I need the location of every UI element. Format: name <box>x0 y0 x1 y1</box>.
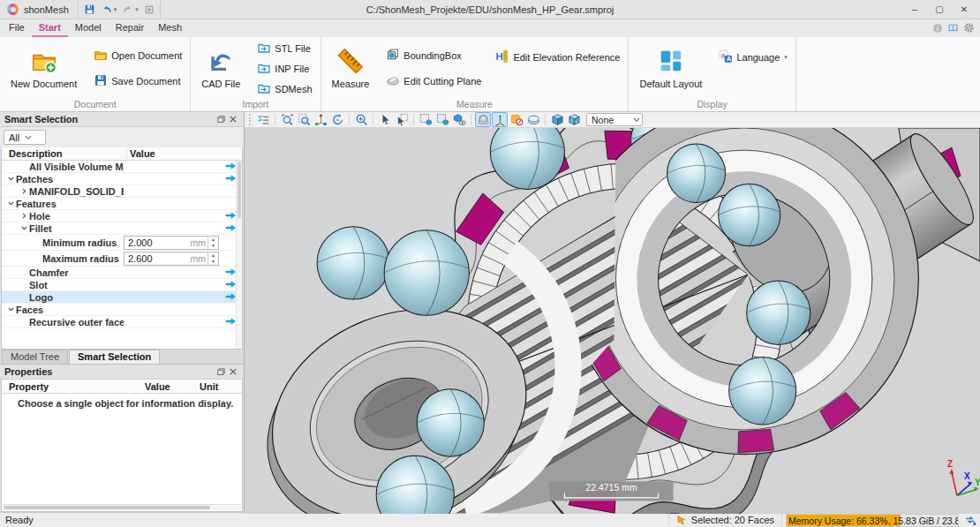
ribbon-button-measure[interactable]: Measure <box>327 39 375 98</box>
ribbon-button-stl-file[interactable]: STL File <box>254 40 314 57</box>
tree-row-manifold-solid-brep-21[interactable]: MANIFOLD_SOLID_BREP #21 <box>2 185 242 198</box>
toolbar-icon-fit-all[interactable] <box>296 112 312 127</box>
toolbar-icon-display-options[interactable] <box>255 112 271 127</box>
view-mode-dropdown[interactable]: None <box>586 113 643 126</box>
expander-expanded-icon[interactable] <box>19 224 29 232</box>
ribbon-button-open-document[interactable]: Open Document <box>91 47 185 64</box>
toolbar-icon-box-select[interactable] <box>418 112 433 127</box>
selection-filter-dropdown[interactable]: All <box>4 130 46 145</box>
tree-row-hole[interactable]: Hole <box>2 210 242 222</box>
tree-row-minimum-radius[interactable]: Minimum radius2.000mm▲▼ <box>2 235 242 251</box>
toolbar-icon-triad[interactable] <box>492 112 508 127</box>
menu-item-start[interactable]: Start <box>32 20 68 37</box>
ribbon-button-new-document[interactable]: New Document <box>5 39 82 98</box>
toolbar-icon-cube-mesh[interactable] <box>566 112 582 127</box>
dock-tab-smart-selection[interactable]: Smart Selection <box>69 350 160 364</box>
toolbar-icon-cutting-plane-vp[interactable] <box>525 112 541 127</box>
manual-icon[interactable] <box>947 23 959 34</box>
float-panel-icon[interactable] <box>215 113 227 125</box>
ribbon-button-edit-elevation-reference[interactable]: HEdit Elevation Reference <box>493 49 622 66</box>
toolbar-icon-cube-solid[interactable] <box>549 112 565 127</box>
spin-stepper[interactable]: ▲▼ <box>207 237 218 249</box>
detach-button[interactable] <box>142 4 156 16</box>
sync-icon[interactable] <box>964 514 976 526</box>
toolbar-icon-box-select-back[interactable] <box>434 112 450 127</box>
default-layout-icon <box>658 48 684 76</box>
tree-row-chamfer[interactable]: Chamfer <box>2 267 242 279</box>
settings-gear-icon[interactable] <box>963 22 975 34</box>
toolbar-icon-deactivate[interactable] <box>509 112 524 127</box>
tree-vertical-scrollbar[interactable] <box>236 161 242 349</box>
float-panel-icon[interactable] <box>215 365 227 378</box>
undo-button[interactable]: ▾ <box>99 3 119 16</box>
tree-header-value: Value <box>127 148 242 159</box>
ribbon-section-measure: MeasureBoundingBoxEdit Cutting PlaneHEdi… <box>321 37 629 111</box>
close-button[interactable]: ✕ <box>952 1 976 19</box>
menu-item-file[interactable]: File <box>2 20 32 37</box>
import-file-icon <box>257 81 271 97</box>
toolbar-separator <box>545 114 546 125</box>
tree-row-faces[interactable]: Faces <box>2 304 242 316</box>
save-button[interactable] <box>82 3 97 16</box>
ribbon-button-sdmesh[interactable]: SDMesh <box>254 80 314 98</box>
ribbon-button-default-layout[interactable]: Default Layout <box>634 39 707 98</box>
expander-expanded-icon[interactable] <box>5 200 16 207</box>
tree-row-label: Hole <box>29 211 50 222</box>
redo-button[interactable]: ▾ <box>120 3 140 16</box>
tree-row-logo[interactable]: Logo <box>2 291 242 304</box>
ribbon-button-language[interactable]: aALanguage▾ <box>716 49 789 66</box>
properties-horizontal-scrollbar[interactable] <box>3 504 241 510</box>
dock-tab-model-tree[interactable]: Model Tree <box>2 350 68 364</box>
toolbar-icon-view-rotate[interactable] <box>329 112 345 127</box>
toolbar-icon-fit-selection[interactable] <box>279 112 295 127</box>
viewport-3d-canvas[interactable]: 22.4715 mm Z X Y <box>245 128 980 514</box>
ribbon-button-cad-file[interactable]: CAD File <box>196 39 245 98</box>
tree-row-slot[interactable]: Slot <box>2 279 242 291</box>
ribbon-button-save-document[interactable]: Save Document <box>91 72 185 90</box>
info-icon[interactable] <box>932 23 943 34</box>
undo-caret-icon[interactable]: ▾ <box>114 6 117 13</box>
properties-header-property: Property <box>2 381 145 392</box>
dock-tab-bar: Model TreeSmart Selection <box>0 350 244 365</box>
spin-stepper[interactable]: ▲▼ <box>207 252 218 265</box>
minimize-button[interactable]: – <box>902 1 927 19</box>
minimum-radius-input[interactable]: 2.000mm▲▼ <box>124 236 219 250</box>
menu-item-model[interactable]: Model <box>68 20 109 37</box>
maximum-radius-input[interactable]: 2.600mm▲▼ <box>124 252 219 266</box>
toolbar-grip[interactable] <box>247 114 254 125</box>
close-panel-icon[interactable] <box>227 365 239 378</box>
close-panel-icon[interactable] <box>227 113 239 125</box>
toolbar-icon-select-visible[interactable] <box>451 112 467 127</box>
toolbar-icon-zoom[interactable] <box>353 112 369 127</box>
axis-z-label: Z <box>947 459 953 469</box>
toolbar-icon-clamp[interactable] <box>475 112 491 127</box>
maximize-button[interactable]: ▢ <box>927 1 952 19</box>
tree-row-recursive-outer-faces[interactable]: Recursive outer faces <box>2 316 242 328</box>
toolbar-icon-view-axes[interactable] <box>313 112 328 127</box>
ribbon-button-edit-cutting-plane[interactable]: Edit Cutting Plane <box>383 72 484 90</box>
tree-row-maximum-radius[interactable]: Maximum radius2.600mm▲▼ <box>2 251 242 267</box>
toolbar-icon-select[interactable] <box>377 112 393 127</box>
tree-row-label: Logo <box>29 292 53 303</box>
status-selected-text: Selected: 20 Faces <box>691 515 774 525</box>
menu-item-mesh[interactable]: Mesh <box>151 20 189 37</box>
tree-row-features[interactable]: Features <box>2 198 242 210</box>
toolbar-separator <box>275 114 275 125</box>
measurement-label: 22.4715 mm <box>549 481 673 501</box>
expander-expanded-icon[interactable] <box>5 305 16 313</box>
tree-row-fillet[interactable]: Fillet <box>2 222 242 235</box>
status-bar: Ready Selected: 20 Faces Memory Usage: 6… <box>0 512 980 527</box>
tree-row-patches[interactable]: Patches <box>2 173 242 185</box>
expander-collapsed-icon[interactable] <box>19 212 29 220</box>
expander-expanded-icon[interactable] <box>5 175 16 183</box>
properties-title: Properties <box>4 366 52 377</box>
redo-caret-icon[interactable]: ▾ <box>135 6 139 13</box>
ribbon-section-label: Document <box>5 98 185 111</box>
ribbon-button-boundingbox[interactable]: BoundingBox <box>383 47 484 64</box>
menu-item-repair[interactable]: Repair <box>109 20 151 37</box>
toolbar-icon-select-append[interactable] <box>394 112 410 127</box>
axis-x-label: X <box>964 471 970 481</box>
ribbon-button-inp-file[interactable]: INP File <box>254 60 314 78</box>
tree-row-all-visible-volume-mesh[interactable]: All Visible Volume Mesh <box>2 161 242 173</box>
expander-collapsed-icon[interactable] <box>19 187 29 195</box>
